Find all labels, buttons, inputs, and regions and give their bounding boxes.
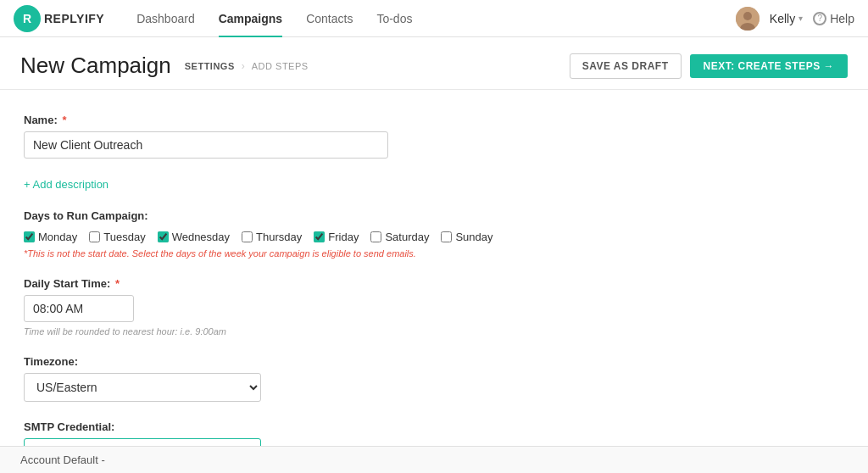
- name-label-text: Name:: [24, 114, 58, 126]
- page-title: New Campaign: [20, 53, 171, 79]
- days-field-group: Days to Run Campaign: Monday Tuesday Wed…: [24, 209, 570, 259]
- nav-campaigns[interactable]: Campaigns: [207, 0, 294, 37]
- breadcrumb-separator: ›: [242, 60, 245, 72]
- name-label: Name: *: [24, 114, 570, 126]
- day-friday-label: Friday: [328, 231, 359, 243]
- day-friday[interactable]: Friday: [314, 231, 359, 243]
- footer: Account Default -: [0, 446, 868, 473]
- day-tuesday[interactable]: Tuesday: [89, 231, 145, 243]
- name-field-group: Name: *: [24, 114, 570, 159]
- timezone-field-group: Timezone: US/Eastern US/Central US/Mount…: [24, 355, 570, 402]
- day-monday-checkbox[interactable]: [24, 231, 35, 242]
- page-header: New Campaign SETTINGS › ADD STEPS SAVE A…: [0, 37, 868, 90]
- start-time-label: Daily Start Time: *: [24, 277, 570, 290]
- day-thursday[interactable]: Thursday: [242, 231, 302, 243]
- days-note: *This is not the start date. Select the …: [24, 248, 570, 259]
- logo-icon: R: [14, 5, 41, 32]
- avatar: [736, 7, 760, 31]
- user-name-button[interactable]: Kelly ▾: [770, 12, 803, 25]
- footer-text: Account Default -: [20, 454, 105, 466]
- help-label: Help: [830, 12, 854, 25]
- day-sunday[interactable]: Sunday: [441, 231, 492, 243]
- day-friday-checkbox[interactable]: [314, 231, 325, 242]
- start-time-field-group: Daily Start Time: * Time will be rounded…: [24, 277, 570, 337]
- header-actions: SAVE AS DRAFT NEXT: CREATE STEPS →: [570, 53, 848, 79]
- breadcrumb-add-steps: ADD STEPS: [252, 61, 309, 71]
- top-navigation: R REPLYIFY Dashboard Campaigns Contacts …: [0, 0, 868, 37]
- day-saturday[interactable]: Saturday: [370, 231, 429, 243]
- next-create-steps-button[interactable]: NEXT: CREATE STEPS →: [690, 54, 848, 78]
- day-tuesday-label: Tuesday: [103, 231, 145, 243]
- nav-todos[interactable]: To-dos: [364, 0, 424, 37]
- name-required-indicator: *: [62, 114, 66, 126]
- add-description-link[interactable]: + Add description: [24, 178, 108, 191]
- main-content: Name: * + Add description Days to Run Ca…: [0, 90, 593, 473]
- save-as-draft-button[interactable]: SAVE AS DRAFT: [570, 53, 682, 79]
- days-row: Monday Tuesday Wednesday Thursday Friday…: [24, 231, 570, 243]
- day-monday[interactable]: Monday: [24, 231, 77, 243]
- start-time-label-text: Daily Start Time:: [24, 277, 110, 290]
- day-saturday-label: Saturday: [385, 231, 429, 243]
- logo-text: REPLYIFY: [44, 12, 104, 25]
- day-wednesday[interactable]: Wednesday: [158, 231, 230, 243]
- timezone-label: Timezone:: [24, 355, 570, 368]
- day-sunday-checkbox[interactable]: [441, 231, 452, 242]
- help-icon: ?: [813, 12, 826, 25]
- day-saturday-checkbox[interactable]: [370, 231, 381, 242]
- day-thursday-label: Thursday: [256, 231, 302, 243]
- user-name-label: Kelly: [770, 12, 795, 25]
- nav-right: Kelly ▾ ? Help: [736, 7, 854, 31]
- start-time-note: Time will be rounded to nearest hour: i.…: [24, 326, 570, 337]
- days-label: Days to Run Campaign:: [24, 209, 570, 222]
- page-title-area: New Campaign SETTINGS › ADD STEPS: [20, 53, 309, 79]
- day-wednesday-checkbox[interactable]: [158, 231, 169, 242]
- day-sunday-label: Sunday: [455, 231, 492, 243]
- nav-contacts[interactable]: Contacts: [294, 0, 364, 37]
- timezone-select[interactable]: US/Eastern US/Central US/Mountain US/Pac…: [24, 373, 261, 402]
- logo-area[interactable]: R REPLYIFY: [14, 5, 104, 32]
- svg-point-1: [743, 12, 752, 20]
- nav-dashboard[interactable]: Dashboard: [125, 0, 207, 37]
- smtp-label: SMTP Credential:: [24, 420, 570, 433]
- user-caret-icon: ▾: [798, 14, 803, 23]
- day-tuesday-checkbox[interactable]: [89, 231, 100, 242]
- name-input[interactable]: [24, 131, 388, 159]
- nav-links: Dashboard Campaigns Contacts To-dos: [125, 0, 736, 37]
- breadcrumb-settings: SETTINGS: [185, 61, 235, 71]
- help-button[interactable]: ? Help: [813, 12, 854, 25]
- start-time-required-indicator: *: [115, 277, 120, 290]
- day-wednesday-label: Wednesday: [172, 231, 230, 243]
- breadcrumb: SETTINGS › ADD STEPS: [185, 60, 309, 72]
- day-monday-label: Monday: [38, 231, 77, 243]
- start-time-input[interactable]: [24, 295, 134, 322]
- day-thursday-checkbox[interactable]: [242, 231, 253, 242]
